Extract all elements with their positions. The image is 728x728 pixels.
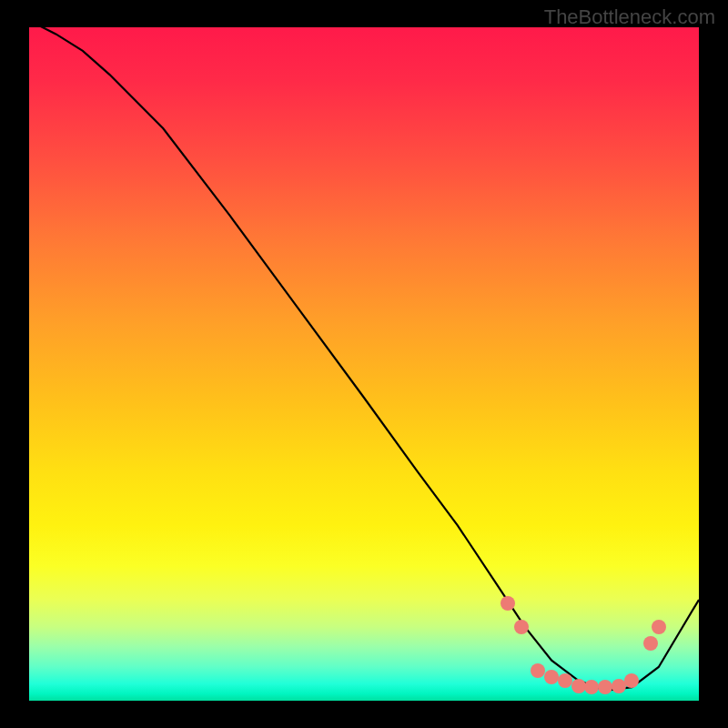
plot-area [29, 27, 699, 701]
optimal-marker [652, 620, 666, 634]
optimal-marker [558, 673, 572, 688]
optimal-marker [598, 680, 612, 694]
optimal-marker [544, 670, 559, 684]
optimal-marker [643, 636, 658, 651]
optimal-marker [500, 596, 515, 611]
watermark-text: TheBottleneck.com [544, 5, 715, 29]
optimal-marker [624, 673, 639, 688]
optimal-marker [584, 680, 599, 694]
optimal-markers-group [29, 27, 699, 701]
optimal-marker [514, 620, 529, 634]
optimal-marker [612, 679, 626, 693]
optimal-marker [571, 679, 586, 693]
optimal-marker [531, 663, 545, 678]
